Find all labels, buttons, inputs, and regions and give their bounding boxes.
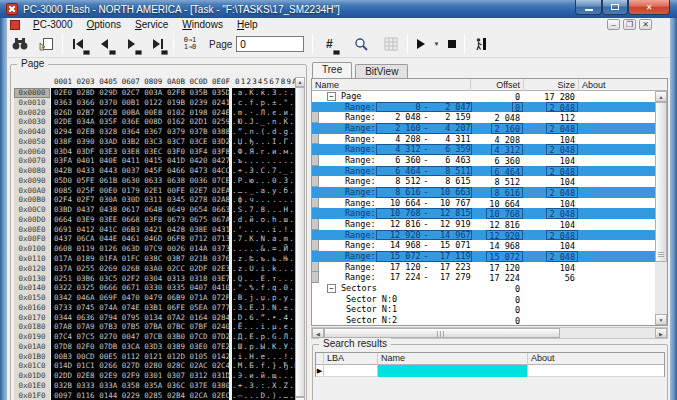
last-page-button[interactable] [144, 33, 170, 56]
hex-row[interactable]: 0x007003FA 0401 040E 0411 0415 041D 0420… [14, 156, 297, 166]
find-button[interactable] [7, 33, 33, 56]
hex-words[interactable]: 0608 0119 0126 063D 07C9 0026 014A 0373 [51, 244, 229, 254]
maximize-button[interactable] [602, 0, 628, 15]
tree-row-sectors[interactable]: −Sectors0 [312, 283, 655, 294]
menu-service[interactable]: Service [128, 18, 175, 31]
hex-words[interactable]: 0363 0366 0370 00B1 0122 019B 0239 0241 [51, 98, 229, 108]
hex-words[interactable]: 02E0 028D 029D 02C7 003A 02F8 035B 035D [51, 88, 229, 98]
exit-task-button[interactable] [468, 33, 494, 56]
hex-address[interactable]: 0x0180 [14, 322, 50, 332]
hex-ascii[interactable]: .7.К.N.a.m.ш.... [232, 234, 295, 244]
page-number-input[interactable] [236, 36, 304, 52]
tree-row-range[interactable]: Range:12 920-14 96712 9202 048 [312, 230, 655, 241]
tree-vertical-scrollbar[interactable]: ▲ ▼ [655, 91, 667, 325]
mdi-close-button[interactable]: ✕ [639, 19, 652, 30]
hex-address[interactable]: 0x0160 [14, 303, 50, 313]
close-button[interactable]: ✕ [628, 0, 670, 15]
hex-words[interactable]: 0344 0636 0794 0795 0134 07A2 0164 0284 [51, 313, 229, 323]
hex-ascii[interactable]: .Д.Е.p.G.Л.°.Н.Т [232, 332, 295, 342]
hex-row[interactable]: 0x00A00085 025F 00E0 0179 02E1 00FE 02E7… [14, 186, 297, 196]
mdi-restore-button[interactable]: ❐ [623, 19, 636, 30]
hex-words[interactable]: 0322 0325 0666 0671 0330 0335 0407 0410 [51, 283, 229, 293]
hex-words[interactable]: 07C4 07C5 0270 0047 07CB 03B0 07CD 07D2 [51, 332, 229, 342]
hex-row[interactable]: 0x01700344 0636 0794 0795 0134 07A2 0164… [14, 313, 297, 323]
hex-words[interactable]: 037A 0255 0269 026B 03A0 02CC 02DF 02E3 [51, 264, 229, 274]
tree-row-range[interactable]: Range:14 968-15 07114 968104 [312, 240, 655, 251]
hex-address[interactable]: 0x01B0 [14, 352, 50, 362]
hex-address[interactable]: 0x01C0 [14, 361, 50, 371]
scroll-right-arrow-icon[interactable]: ▶ [655, 328, 667, 338]
hex-row[interactable]: 0x01000608 0119 0126 063D 07C9 0026 014A… [14, 244, 297, 254]
hex-ascii[interactable]: .z.‰.ъ.ь.Њ.·...v [232, 254, 295, 264]
hex-row[interactable]: 0x0080042B 0433 0443 0037 045F 0466 0473… [14, 166, 297, 176]
hex-words[interactable]: 0097 0116 0144 0229 0285 02B4 02CA 02EC [51, 391, 229, 400]
hex-row[interactable]: 0x018007A8 07A9 07B3 07B5 07BA 07BC 07BF… [14, 322, 297, 332]
hex-row[interactable]: 0x01F00097 0116 0144 0229 0285 02B4 02CA… [14, 391, 297, 400]
hex-address[interactable]: 0x01E0 [14, 381, 50, 391]
hex-row[interactable]: 0x0120037A 0255 0269 026B 03A0 02CC 02DF… [14, 264, 297, 274]
lba-cell[interactable] [324, 365, 378, 377]
run-button[interactable] [411, 33, 429, 56]
hex-ascii[interactable]: .z.U.i.k...М.Я.г [232, 264, 295, 274]
hex-words[interactable]: 02F4 02F7 030A 030D 0311 0345 0278 02A8 [51, 195, 229, 205]
hex-address[interactable]: 0x01F0 [14, 391, 50, 400]
hex-words[interactable]: 02DE 034A 035F 036E 008D 0162 02D1 0259 [51, 117, 229, 127]
hex-ascii[interactable]: .ъ........... .' [232, 156, 295, 166]
hex-words[interactable]: 014D 01C1 0266 027D 0280 028C 02AC 02C4 [51, 361, 229, 371]
hex-ascii[interactable]: .—...D.).…...К.м [232, 391, 295, 400]
grid-view-button[interactable] [378, 33, 404, 56]
collapse-icon[interactable]: − [327, 284, 336, 293]
invert-bits-button[interactable]: 0→11→0 [177, 33, 203, 56]
preview-button[interactable] [348, 33, 374, 56]
hex-ascii[interactable]: .+.3.:.X.Z.l.~.Ђ [232, 381, 295, 391]
hex-address[interactable]: 0x0130 [14, 274, 50, 284]
hex-row[interactable]: 0x01600733 0745 074A 074E 03B1 06FE 05EA… [14, 303, 297, 313]
hex-row[interactable]: 0x0020026D 02B7 02CB 00BA 00E8 0102 0198… [14, 108, 297, 118]
hex-address[interactable]: 0x00D0 [14, 215, 50, 225]
tree-row-sector[interactable]: Sector N:00 [312, 294, 655, 305]
minimize-button[interactable] [575, 0, 602, 15]
hex-ascii[interactable]: .Ю.J._.n.Ќ.b.С.Y [232, 117, 295, 127]
tree-row-range[interactable]: Range:12 816-12 91912 816104 [312, 219, 655, 230]
hex-ascii[interactable]: .‘.....і.!.(.Ћ.1 [232, 225, 295, 235]
hex-ascii[interactable]: .Ё...і.µ.є...ї.@ [232, 322, 295, 332]
hex-row[interactable]: 0x01400322 0325 0666 0671 0330 0335 0407… [14, 283, 297, 293]
tree-row-range[interactable]: Range:10 664-10 76710 664104 [312, 198, 655, 209]
tree-row-range[interactable]: Range:4 208-4 3114 208104 [312, 134, 655, 145]
hex-words[interactable]: 0342 046A 069F 0470 0479 06B9 071A 072F [51, 293, 229, 303]
hex-address[interactable]: 0x0030 [14, 117, 50, 127]
tree-row-page[interactable]: −Page017 280 [312, 91, 655, 102]
hex-ascii[interactable]: .і.Н.е...!.-...B [232, 352, 295, 362]
menu-pc3000[interactable]: PC-3000 [26, 18, 79, 31]
hex-ascii[interactable]: .c.f.p.±.".›.9.A [232, 98, 295, 108]
search-result-row[interactable]: ▶ [316, 365, 664, 377]
hex-address[interactable]: 0x00C0 [14, 205, 50, 215]
hex-row[interactable]: 0x01B000B3 00CD 00E5 0112 0121 012D 0105… [14, 352, 297, 362]
tree-row-sector[interactable]: Sector N:20 [312, 315, 655, 325]
tree-row-range[interactable]: Range:15 072-17 11915 0722 048 [312, 251, 655, 262]
hex-row[interactable]: 0x000002E0 028D 029D 02C7 003A 02F8 035B… [14, 88, 297, 98]
hex-words[interactable]: 03D4 03DF 03E3 03E8 03EC 03F0 03F4 03F8 [51, 147, 229, 157]
name-cell-highlighted[interactable] [378, 365, 528, 377]
scroll-up-arrow-icon[interactable]: ▲ [655, 91, 667, 102]
hex-row[interactable]: 0x00400294 02EB 0328 0364 0367 0379 037B… [14, 127, 297, 137]
hex-words[interactable]: 017A 0189 01FA 01FC 038C 03B7 021B 0376 [51, 254, 229, 264]
hex-words[interactable]: 0251 03B6 03C5 02F2 0304 0313 0318 03E7 [51, 274, 229, 284]
hex-address[interactable]: 0x0060 [14, 147, 50, 157]
hex-words[interactable]: 042B 0433 0443 0037 045F 0466 0473 04CC [51, 166, 229, 176]
hex-ascii[interactable]: .M.Б.f.}.Ђ.Њ...Д [232, 361, 295, 371]
hex-ascii[interactable]: .”.л.(.d.g.y.{.€ [232, 127, 295, 137]
hex-ascii[interactable]: .".%.f.q.0.5.... [232, 283, 295, 293]
scroll-up-arrow-icon[interactable]: ▲ [295, 77, 305, 87]
tree-scrollbar-thumb[interactable] [655, 102, 667, 262]
hex-row[interactable]: 0x01E0032B 0333 033A 0358 035A 036C 037E… [14, 381, 297, 391]
hex-ascii[interactable]: .…._.а.y.б.ю.з.к [232, 186, 295, 196]
tree-row-sector[interactable]: Sector N:10 [312, 304, 655, 315]
scroll-down-arrow-icon[interactable]: ▼ [655, 314, 667, 325]
tab-bitview[interactable]: BitView [355, 64, 408, 78]
hex-row[interactable]: 0x01A007D8 02F0 07DB 03CA 03D3 0389 03E0… [14, 342, 297, 352]
hex-words[interactable]: 0085 025F 00E0 0179 02E1 00FE 02E7 02EA [51, 186, 229, 196]
prev-page-button[interactable] [92, 33, 118, 56]
goto-page-button[interactable] [33, 33, 59, 56]
hex-address[interactable]: 0x0000 [14, 88, 50, 98]
